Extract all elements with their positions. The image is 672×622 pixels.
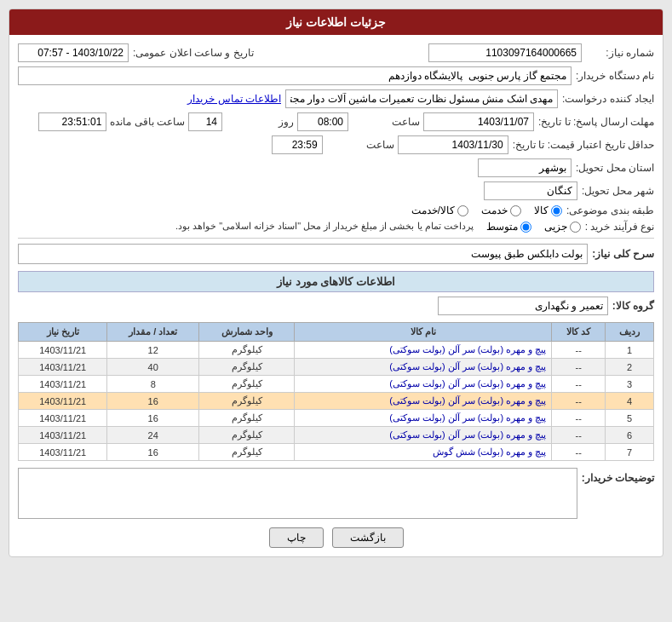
radio-khadamat[interactable] [510, 205, 521, 216]
ijad-input [285, 89, 558, 108]
tarikh-label: تاریخ و ساعت اعلان عمومی: [133, 47, 254, 59]
radio-kala-khadamat[interactable] [457, 205, 468, 216]
serh-label: سرح کلی نیاز: [592, 248, 654, 260]
col-name: نام کالا [295, 323, 552, 342]
mohlet-roz-input [188, 112, 222, 131]
print-button[interactable]: چاپ [269, 527, 324, 548]
nevoa-note: پرداخت تمام یا بخشی از مبلغ خریدار از مح… [175, 221, 474, 232]
ostan-input [478, 158, 571, 177]
table-row: 3--پیچ و مهره (بولت) سر آلن (بولت سوکتی)… [19, 376, 654, 393]
ostan-label: استان محل تحویل: [576, 162, 654, 174]
nam-dastgah-label: نام دستگاه خریدار: [576, 70, 654, 82]
col-radif: ردیف [606, 323, 654, 342]
shahr-label: شهر محل تحویل: [582, 185, 654, 197]
col-date: تاریخ نیاز [19, 323, 107, 342]
table-row: 1--پیچ و مهره (بولت) سر آلن (بولت سوکتی)… [19, 342, 654, 359]
table-row: 6--پیچ و مهره (بولت) سر آلن (بولت سوکتی)… [19, 427, 654, 444]
tarikh-input [18, 43, 129, 62]
col-qty: تعداد / مقدار [107, 323, 199, 342]
mohlet-saat-input [297, 112, 348, 131]
radio-khadamat-label: خدمت [481, 204, 508, 216]
serh-input [18, 244, 588, 264]
saat-label: ساعت [352, 116, 420, 128]
nam-dastgah-input [18, 66, 571, 85]
jadaval-label: حداقل تاریخ اعتبار قیمت: تا تاریخ: [513, 139, 654, 151]
col-code: کد کالا [552, 323, 606, 342]
notes-textarea[interactable] [18, 468, 577, 519]
tabaqa-label: طبقه بندی موضوعی: [566, 204, 654, 216]
radio-jozi[interactable] [570, 222, 581, 233]
jadaval-saat-input [272, 135, 323, 154]
mohlet-baqi-input [38, 112, 106, 131]
page-title: جزئیات اطلاعات نیاز [9, 9, 663, 35]
radio-jozi-label: جزیی [544, 221, 567, 233]
items-table: ردیف کد کالا نام کالا واحد شمارش تعداد /… [18, 322, 654, 461]
tabaqa-radio-group: کالا خدمت کالا/خدمت [411, 204, 562, 216]
radio-motovaset-label: متوسط [486, 221, 518, 233]
table-row: 4--پیچ و مهره (بولت) سر آلن (بولت سوکتی)… [19, 393, 654, 410]
baqi-label: ساعت باقی مانده [110, 116, 185, 128]
shomara-niaz-input [428, 43, 582, 62]
shomara-niaz-label: شماره نیاز: [586, 47, 654, 59]
table-row: 7--پیچ و مهره (بولت) شش گوشکیلوگرم161403… [19, 444, 654, 461]
group-label: گروه کالا: [612, 300, 654, 312]
radio-kala[interactable] [551, 205, 562, 216]
nevoa-radio-group: جزیی متوسط [486, 221, 581, 233]
radio-kala-label: کالا [534, 204, 549, 216]
notes-label: توضیحات خریدار: [582, 468, 654, 484]
items-table-section: ردیف کد کالا نام کالا واحد شمارش تعداد /… [18, 322, 654, 461]
group-input [438, 297, 608, 315]
table-row: 2--پیچ و مهره (بولت) سر آلن (بولت سوکتی)… [19, 359, 654, 376]
table-row: 5--پیچ و مهره (بولت) سر آلن (بولت سوکتی)… [19, 410, 654, 427]
etelaat-link[interactable]: اطلاعات تماس خریدار [187, 93, 281, 105]
info-section-title: اطلاعات کالاهای مورد نیاز [18, 271, 654, 292]
roz-label: روز [226, 116, 294, 128]
mohlet-label: مهلت ارسال پاسخ: تا تاریخ: [538, 116, 654, 128]
back-button[interactable]: بازگشت [332, 527, 404, 548]
col-unit: واحد شمارش [199, 323, 295, 342]
radio-motovaset[interactable] [520, 222, 531, 233]
jadaval-date-input [398, 135, 508, 154]
radio-kala-khadamat-label: کالا/خدمت [411, 204, 455, 216]
mohlet-date-input [423, 112, 534, 131]
nevoa-label: نوع فرآیند خرید : [585, 221, 654, 233]
jadaval-saat-label: ساعت [326, 139, 394, 151]
shahr-input [484, 181, 577, 200]
ijad-label: ایجاد کننده درخواست: [562, 93, 654, 105]
